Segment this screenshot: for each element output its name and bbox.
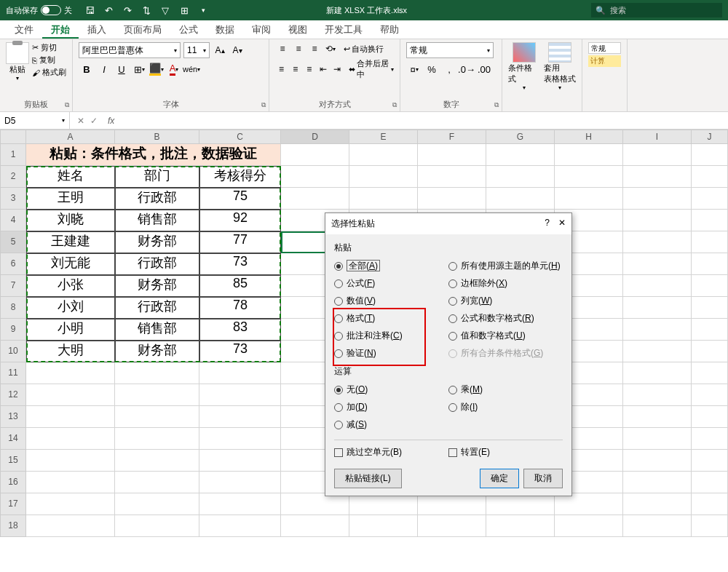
- empty-cell[interactable]: [115, 493, 199, 515]
- tab-view[interactable]: 视图: [280, 20, 316, 39]
- table-cell[interactable]: 小张: [26, 275, 115, 297]
- empty-cell[interactable]: [199, 515, 281, 537]
- comma-button[interactable]: ,: [441, 61, 457, 77]
- empty-cell[interactable]: [26, 472, 115, 493]
- col-header[interactable]: B: [115, 130, 199, 144]
- empty-cell[interactable]: [349, 493, 418, 515]
- dec-decimal-button[interactable]: .00: [476, 61, 492, 77]
- empty-cell[interactable]: [349, 515, 418, 537]
- row-header[interactable]: 12: [0, 384, 26, 406]
- wrap-text-button[interactable]: ↩自动换行: [344, 44, 384, 55]
- align-right-icon[interactable]: ≡: [303, 63, 315, 76]
- table-header-cell[interactable]: 部门: [115, 166, 199, 188]
- col-header[interactable]: G: [486, 130, 555, 144]
- qat-dropdown-icon[interactable]: ▾: [197, 4, 209, 16]
- undo-icon[interactable]: ↶: [103, 4, 114, 16]
- empty-cell[interactable]: [555, 493, 623, 515]
- empty-cell[interactable]: [199, 362, 281, 384]
- table-cell[interactable]: 财务部: [115, 275, 199, 297]
- table-cell[interactable]: 刘晓: [26, 210, 115, 231]
- table-cell[interactable]: 83: [199, 319, 281, 341]
- tab-data[interactable]: 数据: [207, 20, 243, 39]
- cut-button[interactable]: ✂剪切: [32, 42, 66, 53]
- dialog-launcher-icon[interactable]: ⧉: [494, 101, 499, 109]
- tab-review[interactable]: 审阅: [243, 20, 280, 39]
- empty-cell[interactable]: [692, 319, 728, 341]
- empty-cell[interactable]: [486, 188, 555, 210]
- empty-cell[interactable]: [623, 515, 692, 537]
- empty-cell[interactable]: [26, 515, 115, 537]
- table-cell[interactable]: 销售部: [115, 210, 199, 231]
- empty-cell[interactable]: [115, 384, 199, 406]
- table-cell[interactable]: 小明: [26, 319, 115, 341]
- empty-cell[interactable]: [486, 515, 555, 537]
- row-header[interactable]: 15: [0, 450, 26, 472]
- sort-icon[interactable]: ⇅: [141, 4, 152, 16]
- empty-cell[interactable]: [26, 362, 115, 384]
- empty-cell[interactable]: [692, 144, 728, 166]
- table-cell[interactable]: 销售部: [115, 319, 199, 341]
- empty-cell[interactable]: [623, 210, 692, 231]
- table-cell[interactable]: 77: [199, 231, 281, 253]
- empty-cell[interactable]: [623, 341, 692, 362]
- row-header[interactable]: 6: [0, 253, 26, 275]
- empty-cell[interactable]: [692, 166, 728, 188]
- empty-cell[interactable]: [199, 428, 281, 450]
- empty-cell[interactable]: [692, 428, 728, 450]
- skip-blanks-checkbox[interactable]: 跳过空单元(B): [334, 446, 448, 458]
- empty-cell[interactable]: [623, 472, 692, 493]
- redo-icon[interactable]: ↷: [122, 4, 133, 16]
- col-header[interactable]: A: [26, 130, 115, 144]
- empty-cell[interactable]: [623, 428, 692, 450]
- format-painter-button[interactable]: 🖌格式刷: [32, 67, 66, 78]
- paste-button[interactable]: 粘贴 ▾: [6, 42, 29, 96]
- tab-layout[interactable]: 页面布局: [115, 20, 170, 39]
- close-icon[interactable]: ✕: [558, 218, 566, 230]
- col-header[interactable]: F: [418, 130, 486, 144]
- empty-cell[interactable]: [281, 144, 349, 166]
- table-cell[interactable]: 行政部: [115, 188, 199, 210]
- radio-option[interactable]: 列宽(W): [448, 295, 563, 307]
- bold-button[interactable]: B: [79, 61, 95, 77]
- table-cell[interactable]: 73: [199, 253, 281, 275]
- empty-cell[interactable]: [418, 493, 486, 515]
- cancel-button[interactable]: 取消: [523, 469, 563, 488]
- dialog-launcher-icon[interactable]: ⧉: [261, 101, 266, 109]
- orientation-icon[interactable]: ⟲▾: [323, 42, 338, 55]
- empty-cell[interactable]: [692, 493, 728, 515]
- empty-cell[interactable]: [555, 144, 623, 166]
- row-header[interactable]: 5: [0, 231, 26, 253]
- number-format-combo[interactable]: 常规▾: [406, 42, 494, 58]
- save-icon[interactable]: 🖫: [84, 4, 95, 16]
- empty-cell[interactable]: [26, 406, 115, 428]
- radio-option[interactable]: 公式和数字格式(R): [448, 312, 563, 325]
- empty-cell[interactable]: [692, 450, 728, 472]
- radio-option[interactable]: 全部(A): [334, 260, 448, 272]
- empty-cell[interactable]: [281, 493, 349, 515]
- percent-button[interactable]: %: [424, 61, 440, 77]
- empty-cell[interactable]: [199, 472, 281, 493]
- border-button[interactable]: ⊞▾: [131, 61, 147, 77]
- empty-cell[interactable]: [623, 144, 692, 166]
- empty-cell[interactable]: [692, 362, 728, 384]
- row-header[interactable]: 8: [0, 297, 26, 319]
- phonetic-button[interactable]: wén▾: [183, 61, 199, 77]
- row-header[interactable]: 4: [0, 210, 26, 231]
- table-cell[interactable]: 行政部: [115, 297, 199, 319]
- row-header[interactable]: 3: [0, 188, 26, 210]
- empty-cell[interactable]: [199, 384, 281, 406]
- empty-cell[interactable]: [623, 362, 692, 384]
- tab-file[interactable]: 文件: [6, 20, 42, 39]
- align-center-icon[interactable]: ≡: [289, 63, 301, 76]
- table-cell[interactable]: 财务部: [115, 341, 199, 362]
- dialog-launcher-icon[interactable]: ⧉: [392, 101, 397, 109]
- row-header[interactable]: 17: [0, 493, 26, 515]
- table-cell[interactable]: 财务部: [115, 231, 199, 253]
- merge-button[interactable]: ⬌合并后居中▾: [349, 58, 394, 80]
- table-icon[interactable]: ⊞: [178, 4, 190, 16]
- empty-cell[interactable]: [349, 166, 418, 188]
- empty-cell[interactable]: [692, 210, 728, 231]
- radio-option[interactable]: 无(O): [334, 384, 448, 396]
- row-header[interactable]: 13: [0, 406, 26, 428]
- tab-home[interactable]: 开始: [42, 20, 79, 39]
